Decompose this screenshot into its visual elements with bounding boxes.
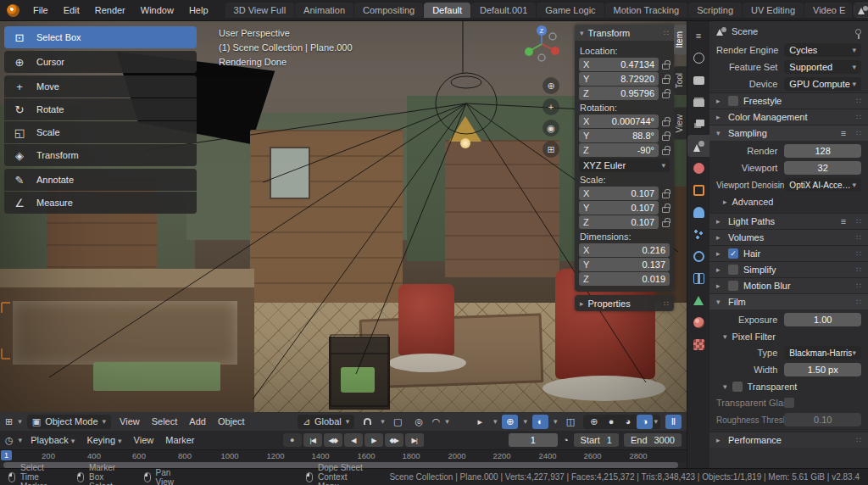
properties-tab-material[interactable] — [687, 311, 709, 333]
scene-browse-button[interactable]: ▾ — [854, 3, 868, 17]
panel-hair[interactable]: ▸ ✓ Hair ∷ — [709, 245, 868, 261]
tool-annotate[interactable]: ✎Annotate — [4, 169, 197, 191]
playhead[interactable]: 1 — [1, 450, 12, 460]
previous-frame-button[interactable]: ◀ — [344, 433, 363, 447]
selectability-visibility-button[interactable]: ▸ — [472, 415, 488, 429]
overlays-toggle[interactable]: ◐ — [532, 415, 548, 429]
zoom-icon[interactable]: ⊕ — [542, 77, 559, 94]
blender-logo-icon[interactable] — [7, 4, 19, 17]
tool-select-box[interactable]: ⊡Select Box — [4, 26, 197, 48]
tool-measure[interactable]: ∠Measure — [4, 192, 197, 214]
filter-type-dropdown[interactable]: Blackman-Harris▾ — [784, 346, 861, 360]
editor-type-icon[interactable]: ⊞ — [5, 416, 13, 427]
lock-icon[interactable] — [662, 92, 670, 98]
panel-motion-blur[interactable]: ▸ Motion Blur ∷ — [709, 277, 868, 293]
workspace-tab-3d-view-full[interactable]: 3D View Full — [225, 3, 295, 18]
workspace-tab-game-logic[interactable]: Game Logic — [537, 3, 604, 18]
menu-edit[interactable]: Edit — [57, 3, 86, 18]
location-z-field[interactable]: Z0.95796 — [579, 86, 659, 100]
menu-object[interactable]: Object — [214, 416, 248, 426]
panel-light-paths[interactable]: ▸ Light Paths ≡ ∷ — [709, 213, 868, 229]
timeline-ruler[interactable]: 1 200 400 600 800 1000 1200 1400 1600 18… — [0, 449, 687, 462]
lock-icon[interactable] — [662, 78, 670, 84]
current-frame-field[interactable]: 1 — [509, 433, 558, 447]
transform-panel-header[interactable]: ▾ Transform ∷ — [575, 25, 674, 41]
menu-file[interactable]: File — [26, 3, 55, 18]
subpanel-pixel-filter[interactable]: ▾ Pixel Filter — [709, 328, 868, 344]
visibility-chevron-icon[interactable]: ▾ — [493, 417, 498, 426]
n-panel-tab-view[interactable]: View — [674, 108, 687, 140]
rotation-z-field[interactable]: Z-90° — [579, 143, 659, 157]
camera-view-icon[interactable]: ◉ — [542, 120, 559, 137]
dimensions-y-field[interactable]: Y0.137 — [579, 258, 670, 271]
properties-tab-texture[interactable] — [687, 333, 709, 355]
pan-hand-icon[interactable]: + — [542, 98, 559, 115]
gizmos-toggle[interactable]: ⊕ — [502, 415, 518, 429]
shading-rendered-button[interactable]: ◑ — [637, 415, 653, 429]
workspace-tab-motion-tracking[interactable]: Motion Tracking — [605, 3, 688, 18]
viewport-3d[interactable]: User Perspective (1) Scene Collection | … — [0, 21, 687, 412]
falloff-chevron-icon[interactable]: ▾ — [445, 417, 449, 426]
properties-tab-tool[interactable] — [687, 47, 709, 69]
feature-set-dropdown[interactable]: Supported▾ — [784, 60, 861, 74]
exposure-field[interactable]: 1.00 — [784, 313, 861, 326]
transparent-checkbox[interactable] — [732, 382, 743, 392]
lock-icon[interactable] — [662, 207, 670, 213]
rotation-y-field[interactable]: Y88.8° — [579, 129, 659, 142]
falloff-curve-icon[interactable]: ◠ — [432, 416, 441, 427]
panel-film[interactable]: ▾ Film ∷ — [709, 293, 868, 309]
overlays-chevron-icon[interactable]: ▾ — [554, 417, 558, 426]
tool-move[interactable]: +Move — [4, 75, 197, 98]
preset-menu-icon[interactable]: ≡ — [841, 216, 846, 226]
properties-tab-scene[interactable] — [687, 135, 709, 157]
panel-volumes[interactable]: ▸ Volumes ∷ — [709, 229, 868, 245]
workspace-tab-animation[interactable]: Animation — [295, 3, 353, 18]
previous-keyframe-button[interactable]: ◀◆ — [324, 433, 342, 447]
mode-dropdown[interactable]: ▣ Object Mode ▾ — [27, 415, 111, 429]
lock-icon[interactable] — [662, 192, 670, 198]
properties-tab-object-data[interactable] — [687, 289, 709, 311]
properties-tab-render[interactable] — [687, 69, 709, 91]
preset-menu-icon[interactable]: ≡ — [841, 128, 846, 138]
shading-solid-button[interactable]: ● — [603, 415, 619, 429]
panel-simplify[interactable]: ▸ Simplify ∷ — [709, 261, 868, 277]
pause-render-button[interactable]: Ⅱ — [665, 415, 682, 429]
properties-tab-world[interactable] — [687, 157, 709, 179]
preview-range-clock-icon[interactable]: ◔ — [563, 435, 569, 445]
jump-to-start-button[interactable]: |◀ — [303, 433, 322, 447]
workspace-tab-compositing[interactable]: Compositing — [354, 3, 423, 18]
menu-help[interactable]: Help — [182, 3, 215, 18]
lock-icon[interactable] — [662, 64, 670, 70]
workspace-tab-default-001[interactable]: Default.001 — [471, 3, 536, 18]
motion-blur-checkbox[interactable] — [728, 281, 738, 291]
subpanel-transparent[interactable]: ▾ Transparent — [709, 378, 868, 394]
tool-transform[interactable]: ◈Transform — [4, 144, 197, 166]
workspace-tab-default[interactable]: Default — [424, 3, 470, 18]
filter-width-field[interactable]: 1.50 px — [784, 363, 861, 376]
lock-icon[interactable] — [662, 221, 670, 227]
menu-view[interactable]: View — [116, 416, 143, 426]
breadcrumb-scene[interactable]: Scene — [732, 26, 758, 36]
scale-y-field[interactable]: Y0.107 — [579, 201, 659, 215]
snap-toggle[interactable] — [359, 415, 376, 429]
snap-target-button[interactable]: ▢ — [390, 415, 406, 429]
proportional-edit-toggle[interactable]: ◎ — [411, 415, 427, 429]
menu-keying[interactable]: Keying ▾ — [83, 435, 125, 445]
hair-checkbox[interactable]: ✓ — [728, 248, 738, 259]
lock-icon[interactable] — [662, 135, 670, 141]
menu-window[interactable]: Window — [134, 3, 181, 18]
subpanel-advanced[interactable]: ▸ Advanced — [709, 193, 868, 209]
panel-performance[interactable]: ▸ Performance ∷ — [709, 432, 868, 448]
lock-icon[interactable] — [662, 149, 670, 155]
frame-end-field[interactable]: End 3000 — [624, 433, 682, 447]
roughness-threshold-field[interactable]: 0.10 — [784, 413, 861, 426]
render-engine-dropdown[interactable]: Cycles▾ — [784, 43, 861, 57]
record-button[interactable]: ● — [283, 433, 302, 447]
dimensions-x-field[interactable]: X0.216 — [579, 243, 670, 257]
shading-material-button[interactable]: ◕ — [620, 415, 636, 429]
panel-color-management[interactable]: ▸ Color Management ∷ — [709, 109, 868, 125]
properties-panel-header[interactable]: ▸ Properties ∷ — [575, 295, 674, 311]
properties-tab-modifiers[interactable] — [687, 201, 709, 223]
location-x-field[interactable]: X0.47134 — [579, 58, 659, 71]
rotation-x-field[interactable]: X0.000744° — [579, 114, 659, 128]
